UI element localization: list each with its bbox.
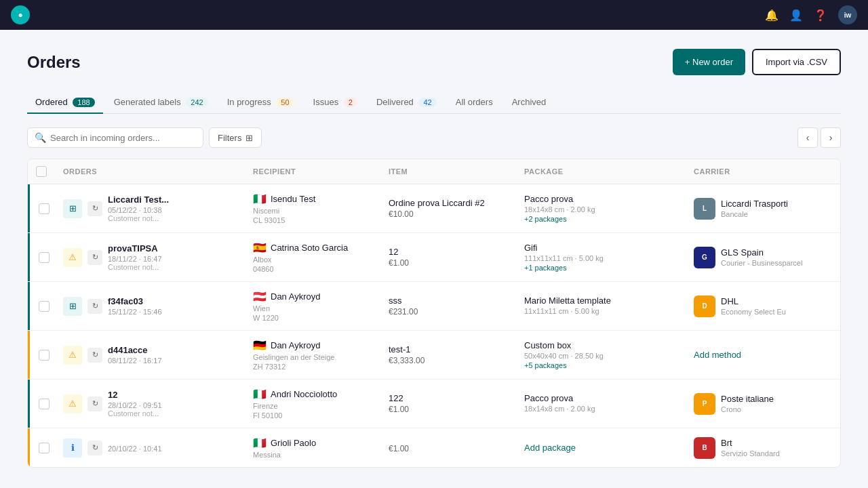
item-name: 12 (389, 247, 524, 257)
item-price: €1.00 (389, 258, 524, 268)
row-checkbox (36, 203, 63, 214)
order-name: 12 (108, 390, 162, 400)
nav-left: ● (11, 5, 30, 24)
carrier-logo: P (694, 393, 715, 415)
tab-ordered[interactable]: Ordered 188 (27, 92, 103, 114)
table-row: ⚠ ↻ provaTIPSA 18/11/22 · 16:47 Customer… (28, 233, 840, 282)
add-method-link[interactable]: Add method (694, 350, 741, 360)
package-dims: 50x40x40 cm · 28.50 kg (524, 352, 694, 360)
new-order-button[interactable]: + New order (673, 49, 745, 75)
search-box[interactable]: 🔍 (27, 127, 203, 148)
recipient-name: Catrina Soto Garcia (271, 243, 348, 253)
tabs-navigation: Ordered 188 Generated labels 242 In prog… (27, 92, 841, 114)
row-select-checkbox[interactable] (39, 203, 50, 214)
carrier-info: GLS Spain Courier - Businessparcel (721, 247, 802, 267)
notifications-icon[interactable]: 🔔 (765, 9, 778, 22)
order-type-icon: ⚠ (63, 248, 82, 267)
order-type-icon: ⚠ (63, 346, 82, 365)
tab-delivered[interactable]: Delivered 42 (368, 92, 445, 114)
item-name: sss (389, 296, 524, 306)
carrier-name: Liccardi Trasporti (721, 199, 788, 209)
package-column: Pacco prova 18x14x8 cm · 2.00 kg +2 pack… (524, 194, 694, 223)
page-header: Orders + New order Import via .CSV (27, 49, 841, 75)
carrier-letter: G (702, 253, 707, 261)
refresh-icon[interactable]: ↻ (87, 201, 102, 216)
app-logo[interactable]: ● (11, 5, 30, 24)
select-all-checkbox[interactable] (36, 166, 47, 177)
row-checkbox (36, 443, 63, 453)
carrier-service: Servizio Standard (721, 449, 780, 458)
recipient-city: Wien (253, 304, 389, 312)
row-indicator (28, 233, 30, 281)
top-navigation: ● 🔔 👤 ❓ iw (0, 0, 868, 30)
carrier-logo: B (694, 437, 715, 459)
tab-generated-labels[interactable]: Generated labels 242 (106, 92, 216, 114)
tab-generated-label: Generated labels (114, 97, 181, 107)
order-column: ⚠ ↻ provaTIPSA 18/11/22 · 16:47 Customer… (63, 243, 253, 271)
recipient-flag: 🇮🇹 (253, 436, 267, 449)
col-item-header: ITEM (389, 167, 524, 176)
order-date: 28/10/22 · 09:51 (108, 401, 162, 409)
tab-ordered-label: Ordered (35, 97, 68, 107)
row-indicator (28, 282, 30, 330)
carrier-service: Economy Select Eu (721, 308, 786, 316)
row-checkbox (36, 399, 63, 409)
avatar[interactable]: iw (838, 5, 857, 24)
carrier-column: P Poste italiane Crono (694, 393, 841, 415)
package-name: Custom box (524, 340, 694, 350)
recipient-code: W 1220 (253, 314, 389, 322)
table-row: ⚠ ↻ d441acce 08/11/22 · 16:17 🇩🇪 Dan Ayk… (28, 331, 840, 380)
package-name: Pacco prova (524, 194, 694, 204)
carrier-column: B Brt Servizio Standard (694, 437, 841, 459)
order-note: Customer not... (108, 409, 162, 418)
add-package-link[interactable]: Add package (524, 443, 576, 453)
order-type-icon: ⊞ (63, 199, 82, 218)
recipient-column: 🇮🇹 Andri Nocciolotto Firenze FI 50100 (253, 388, 389, 420)
profile-icon[interactable]: 👤 (789, 9, 803, 22)
item-column: 12 €1.00 (389, 247, 524, 268)
package-name: Pacco prova (524, 393, 694, 403)
carrier-letter: D (702, 302, 707, 310)
package-column: Custom box 50x40x40 cm · 28.50 kg +5 pac… (524, 340, 694, 369)
import-csv-button[interactable]: Import via .CSV (752, 49, 841, 75)
row-select-checkbox[interactable] (39, 301, 50, 312)
pagination-prev-button[interactable]: ‹ (797, 127, 818, 148)
page-title: Orders (27, 53, 81, 72)
order-name: provaTIPSA (108, 243, 162, 253)
tab-issues[interactable]: Issues 2 (305, 92, 366, 114)
refresh-icon[interactable]: ↻ (87, 250, 102, 265)
col-carrier-header: CARRIER (694, 167, 841, 176)
package-column: Gifi 111x11x11 cm · 5.00 kg +1 packages (524, 243, 694, 272)
recipient-column: 🇩🇪 Dan Aykroyd Geislingen an der Steige … (253, 339, 389, 371)
item-price: €231.00 (389, 307, 524, 317)
refresh-icon[interactable]: ↻ (87, 299, 102, 314)
recipient-name: Grioli Paolo (271, 438, 316, 448)
help-icon[interactable]: ❓ (814, 9, 827, 22)
tab-delivered-badge: 42 (418, 98, 436, 107)
refresh-icon[interactable]: ↻ (87, 348, 102, 363)
tab-archived[interactable]: Archived (504, 92, 555, 114)
order-note: Customer not... (108, 214, 169, 222)
search-filter-group: 🔍 Filters ⊞ (27, 127, 262, 148)
pagination-next-button[interactable]: › (821, 127, 841, 148)
refresh-icon[interactable]: ↻ (87, 441, 102, 455)
filters-button[interactable]: Filters ⊞ (209, 127, 262, 148)
order-date: 18/11/22 · 16:47 (108, 255, 162, 263)
carrier-name: DHL (721, 296, 786, 306)
search-input[interactable] (50, 133, 196, 143)
order-column: ⊞ ↻ f34fac03 15/11/22 · 15:46 (63, 296, 253, 316)
nav-icons: 🔔 👤 ❓ iw (765, 5, 857, 24)
row-select-checkbox[interactable] (39, 350, 50, 361)
row-select-checkbox[interactable] (39, 252, 50, 263)
carrier-letter: L (703, 205, 707, 212)
carrier-column: G GLS Spain Courier - Businessparcel (694, 247, 841, 268)
order-date: 08/11/22 · 16:17 (108, 357, 162, 365)
row-select-checkbox[interactable] (39, 399, 50, 409)
row-select-checkbox[interactable] (39, 443, 50, 453)
refresh-icon[interactable]: ↻ (87, 396, 102, 411)
order-type-icon: ⊞ (63, 297, 82, 316)
table-header: ORDERS RECIPIENT ITEM PACKAGE CARRIER (28, 159, 840, 184)
tab-in-progress[interactable]: In progress 50 (219, 92, 302, 114)
tab-ordered-badge: 188 (73, 98, 94, 107)
tab-all-orders[interactable]: All orders (448, 92, 501, 114)
